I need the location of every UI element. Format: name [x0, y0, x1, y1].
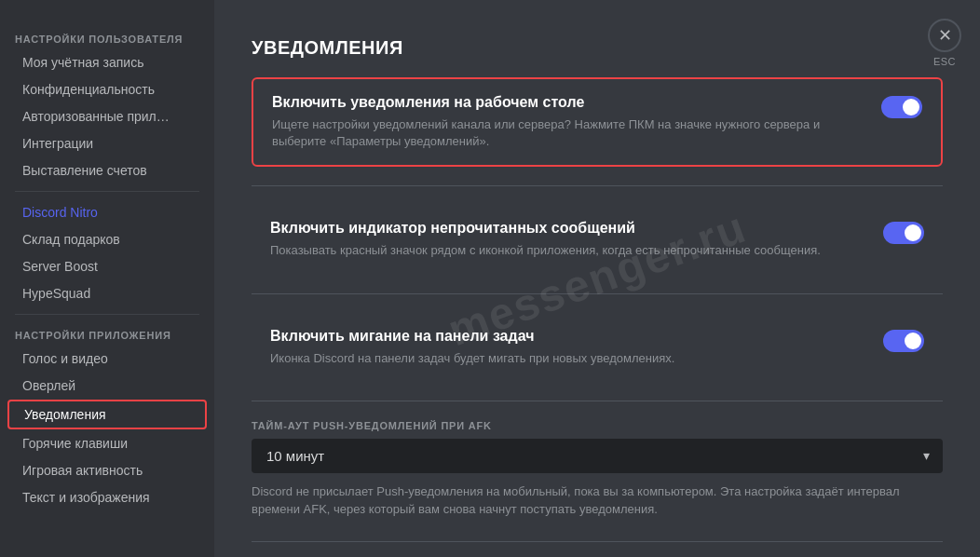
- sidebar-divider-1: [15, 191, 199, 192]
- sidebar-item-privacy[interactable]: Конфиденциальность: [7, 76, 207, 102]
- sidebar-item-notifications[interactable]: Уведомления: [7, 400, 207, 429]
- sidebar-item-billing[interactable]: Выставление счетов: [7, 157, 207, 183]
- sidebar-divider-2: [15, 314, 199, 315]
- sidebar-item-gifts[interactable]: Склад подарков: [7, 226, 207, 252]
- setting-unread-title: Включить индикатор непрочитанных сообщен…: [270, 220, 864, 237]
- setting-taskbar-desc: Иконка Discord на панели задач будет миг…: [270, 350, 864, 367]
- divider-4: [252, 541, 943, 542]
- sidebar-section-user-settings: НАСТРОЙКИ ПОЛЬЗОВАТЕЛЯ: [0, 28, 214, 48]
- setting-taskbar-flash: Включить мигание на панели задач Иконка …: [252, 313, 943, 382]
- divider-3: [252, 401, 943, 401]
- unread-badge-toggle[interactable]: [883, 222, 924, 244]
- setting-unread-desc: Показывать красный значок рядом с иконко…: [270, 242, 864, 259]
- sidebar-item-hotkeys[interactable]: Горячие клавиши: [7, 430, 207, 456]
- divider-1: [252, 185, 943, 186]
- desktop-notifications-slider: [881, 96, 922, 118]
- sidebar-item-text[interactable]: Текст и изображения: [7, 484, 207, 510]
- afk-label: ТАЙМ-АУТ PUSH-УВЕДОМЛЕНИЙ ПРИ AFK: [252, 420, 943, 431]
- sidebar-item-hypesquad[interactable]: HypeSquad: [7, 280, 207, 306]
- afk-dropdown[interactable]: 1 минута 5 минут 10 минут 15 минут 30 ми…: [252, 439, 943, 473]
- sidebar-item-integrations[interactable]: Интеграции: [7, 130, 207, 156]
- close-area: ✕ ESC: [928, 19, 961, 67]
- main-content: ✕ ESC messenger.ru УВЕДОМЛЕНИЯ Включить …: [214, 0, 980, 557]
- setting-desktop-title: Включить уведомления на рабочем столе: [272, 94, 863, 111]
- taskbar-flash-slider: [883, 330, 924, 352]
- setting-unread-text: Включить индикатор непрочитанных сообщен…: [270, 220, 864, 259]
- setting-taskbar-text: Включить мигание на панели задач Иконка …: [270, 328, 864, 367]
- setting-desktop-text: Включить уведомления на рабочем столе Ищ…: [272, 94, 863, 150]
- close-button[interactable]: ✕: [928, 19, 961, 52]
- esc-label: ESC: [933, 56, 956, 67]
- sidebar-item-account[interactable]: Моя учётная запись: [7, 49, 207, 75]
- sidebar-item-voice[interactable]: Голос и видео: [7, 346, 207, 372]
- sidebar: НАСТРОЙКИ ПОЛЬЗОВАТЕЛЯ Моя учётная запис…: [0, 0, 214, 557]
- setting-unread-badge: Включить индикатор непрочитанных сообщен…: [252, 205, 943, 274]
- afk-description: Discord не присылает Push-уведомления на…: [252, 482, 943, 519]
- sidebar-item-nitro[interactable]: Discord Nitro: [7, 199, 207, 225]
- sidebar-item-server-boost[interactable]: Server Boost: [7, 253, 207, 279]
- taskbar-flash-toggle[interactable]: [883, 330, 924, 352]
- unread-badge-slider: [883, 222, 924, 244]
- afk-dropdown-wrapper: 1 минута 5 минут 10 минут 15 минут 30 ми…: [252, 439, 943, 473]
- sidebar-item-overlay[interactable]: Оверлей: [7, 373, 207, 399]
- page-title: УВЕДОМЛЕНИЯ: [252, 37, 943, 59]
- sidebar-item-authorized[interactable]: Авторизованные прил…: [7, 103, 207, 129]
- sidebar-section-app-settings: НАСТРОЙКИ ПРИЛОЖЕНИЯ: [0, 324, 214, 345]
- setting-desktop-notifications: Включить уведомления на рабочем столе Ищ…: [252, 77, 943, 167]
- sidebar-item-activity[interactable]: Игровая активность: [7, 457, 207, 483]
- setting-desktop-desc: Ищете настройки уведомлений канала или с…: [272, 116, 863, 150]
- divider-2: [252, 293, 943, 294]
- setting-taskbar-title: Включить мигание на панели задач: [270, 328, 864, 345]
- afk-timeout-block: ТАЙМ-АУТ PUSH-УВЕДОМЛЕНИЙ ПРИ AFK 1 мину…: [252, 420, 943, 519]
- desktop-notifications-toggle[interactable]: [881, 96, 922, 118]
